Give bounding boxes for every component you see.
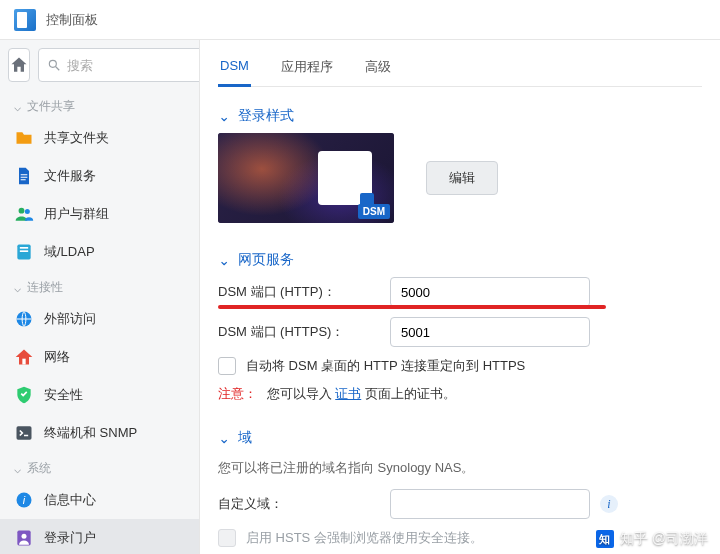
https-port-label: DSM 端口 (HTTPS)：: [218, 323, 390, 341]
note-prefix: 注意：: [218, 386, 257, 401]
login-style-preview[interactable]: DSM: [218, 133, 394, 223]
sidebar-item-2-1[interactable]: 登录门户: [0, 519, 199, 554]
chevron-down-icon: ⌵: [14, 462, 21, 476]
chevron-up-icon: ⌃: [218, 108, 230, 124]
sidebar-item-1-3[interactable]: 终端机和 SNMP: [0, 414, 199, 452]
sidebar: ⌵文件共享共享文件夹文件服务用户与群组域/LDAP⌵连接性外部访问网络安全性终端…: [0, 40, 200, 554]
redirect-checkbox-row: 自动将 DSM 桌面的 HTTP 连接重定向到 HTTPS: [218, 357, 702, 375]
svg-point-0: [49, 60, 56, 67]
terminal-icon: [14, 423, 34, 443]
sidebar-item-1-1[interactable]: 网络: [0, 338, 199, 376]
hsts-checkbox[interactable]: [218, 529, 236, 547]
edit-button[interactable]: 编辑: [426, 161, 498, 195]
network-icon: [14, 347, 34, 367]
svg-rect-10: [17, 426, 32, 439]
sidebar-item-0-2[interactable]: 用户与群组: [0, 195, 199, 233]
sidebar-item-0-3[interactable]: 域/LDAP: [0, 233, 199, 271]
svg-point-2: [19, 208, 25, 214]
custom-domain-row: 自定义域： i: [218, 489, 702, 519]
sidebar-item-0-0[interactable]: 共享文件夹: [0, 119, 199, 157]
domain-description: 您可以将已注册的域名指向 Synology NAS。: [218, 459, 702, 477]
sidebar-group-header[interactable]: ⌵文件共享: [0, 90, 199, 119]
watermark-text: 知乎 @司渤洋: [620, 530, 708, 548]
sidebar-item-label: 域/LDAP: [44, 243, 189, 261]
main-layout: ⌵文件共享共享文件夹文件服务用户与群组域/LDAP⌵连接性外部访问网络安全性终端…: [0, 40, 720, 554]
section-domain-title: 域: [238, 429, 252, 447]
info-icon[interactable]: i: [600, 495, 618, 513]
chevron-down-icon: ⌵: [14, 100, 21, 114]
sidebar-item-label: 网络: [44, 348, 189, 366]
section-login-style-header[interactable]: ⌃ 登录样式: [218, 97, 702, 133]
svg-line-1: [56, 67, 60, 71]
http-port-label: DSM 端口 (HTTP)：: [218, 283, 390, 301]
window-titlebar: 控制面板: [0, 0, 720, 40]
sidebar-item-1-2[interactable]: 安全性: [0, 376, 199, 414]
svg-point-3: [25, 209, 30, 214]
http-port-row: DSM 端口 (HTTP)：: [218, 277, 702, 307]
custom-domain-label: 自定义域：: [218, 495, 390, 513]
sidebar-item-1-0[interactable]: 外部访问: [0, 300, 199, 338]
chevron-up-icon: ⌃: [218, 430, 230, 446]
sidebar-group-label: 文件共享: [27, 98, 75, 115]
control-panel-icon: [14, 9, 36, 31]
certificate-note: 注意： 您可以导入 证书 页面上的证书。: [218, 385, 702, 403]
search-icon: [47, 58, 61, 72]
section-domain-header[interactable]: ⌃ 域: [218, 419, 702, 455]
custom-domain-input[interactable]: [390, 489, 590, 519]
svg-point-14: [22, 534, 27, 539]
sidebar-item-label: 登录门户: [44, 529, 189, 547]
sidebar-item-2-0[interactable]: i信息中心: [0, 481, 199, 519]
globe-icon: [14, 309, 34, 329]
redirect-checkbox[interactable]: [218, 357, 236, 375]
sidebar-item-label: 信息中心: [44, 491, 189, 509]
certificate-link[interactable]: 证书: [335, 386, 361, 401]
http-port-input[interactable]: [390, 277, 590, 307]
section-login-style-title: 登录样式: [238, 107, 294, 125]
sidebar-item-label: 用户与群组: [44, 205, 189, 223]
login-style-row: DSM 编辑: [218, 133, 702, 223]
https-port-input[interactable]: [390, 317, 590, 347]
sidebar-item-label: 共享文件夹: [44, 129, 189, 147]
sidebar-item-label: 文件服务: [44, 167, 189, 185]
svg-rect-9: [22, 359, 25, 365]
info-center-icon: i: [14, 490, 34, 510]
redirect-checkbox-label: 自动将 DSM 桌面的 HTTP 连接重定向到 HTTPS: [246, 357, 525, 375]
tabs: DSM应用程序高级: [218, 52, 702, 87]
tab-0[interactable]: DSM: [218, 52, 251, 87]
section-web-service-title: 网页服务: [238, 251, 294, 269]
sidebar-item-label: 安全性: [44, 386, 189, 404]
https-port-row: DSM 端口 (HTTPS)：: [218, 317, 702, 347]
sidebar-item-label: 外部访问: [44, 310, 189, 328]
search-box[interactable]: [38, 48, 200, 82]
shield-icon: [14, 385, 34, 405]
annotation-underline: [218, 305, 606, 309]
zhihu-watermark: 知 知乎 @司渤洋: [596, 530, 708, 548]
users-icon: [14, 204, 34, 224]
sidebar-item-0-1[interactable]: 文件服务: [0, 157, 199, 195]
ldap-icon: [14, 242, 34, 262]
home-icon: [9, 55, 29, 75]
chevron-down-icon: ⌵: [14, 281, 21, 295]
hsts-checkbox-label: 启用 HSTS 会强制浏览器使用安全连接。: [246, 529, 483, 547]
zhihu-logo-icon: 知: [596, 530, 614, 548]
window-title: 控制面板: [46, 11, 98, 29]
home-button[interactable]: [8, 48, 30, 82]
svg-rect-5: [20, 247, 28, 249]
login-portal-icon: [14, 528, 34, 548]
dsm-badge: DSM: [358, 204, 390, 219]
doc-icon: [14, 166, 34, 186]
folder-icon: [14, 128, 34, 148]
section-web-service-header[interactable]: ⌃ 网页服务: [218, 241, 702, 277]
sidebar-group-label: 连接性: [27, 279, 63, 296]
note-text-after: 页面上的证书。: [365, 386, 456, 401]
sidebar-item-label: 终端机和 SNMP: [44, 424, 189, 442]
content-pane: DSM应用程序高级 ⌃ 登录样式 DSM 编辑 ⌃ 网页服务 DSM 端口 (H…: [200, 40, 720, 554]
tab-2[interactable]: 高级: [363, 52, 393, 86]
sidebar-group-label: 系统: [27, 460, 51, 477]
tab-1[interactable]: 应用程序: [279, 52, 335, 86]
sidebar-group-header[interactable]: ⌵系统: [0, 452, 199, 481]
search-input[interactable]: [67, 58, 200, 73]
note-text-before: 您可以导入: [267, 386, 336, 401]
svg-rect-6: [20, 250, 28, 252]
sidebar-group-header[interactable]: ⌵连接性: [0, 271, 199, 300]
